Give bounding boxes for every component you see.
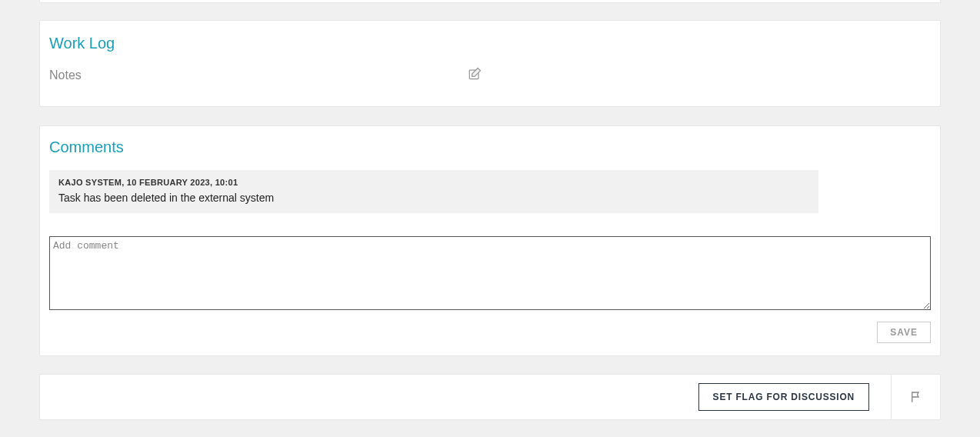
comment-item: KAJO SYSTEM, 10 FEBRUARY 2023, 10:01 Tas… — [49, 170, 818, 213]
edit-icon[interactable] — [467, 66, 482, 85]
action-bar-main: SET FLAG FOR DISCUSSION — [40, 375, 891, 419]
comment-text: Task has been deleted in the external sy… — [58, 192, 809, 204]
worklog-title: Work Log — [49, 35, 931, 52]
prev-card-bottom — [39, 0, 941, 3]
flag-icon — [909, 390, 923, 404]
flag-icon-button[interactable] — [891, 375, 940, 419]
action-bar: SET FLAG FOR DISCUSSION — [39, 374, 941, 420]
comment-meta: KAJO SYSTEM, 10 FEBRUARY 2023, 10:01 — [58, 178, 809, 187]
notes-row: Notes — [49, 66, 931, 85]
comments-card: Comments KAJO SYSTEM, 10 FEBRUARY 2023, … — [39, 125, 941, 356]
worklog-card: Work Log Notes — [39, 20, 941, 107]
save-row: SAVE — [49, 322, 931, 343]
set-flag-button[interactable]: SET FLAG FOR DISCUSSION — [698, 383, 869, 411]
add-comment-input[interactable] — [49, 236, 931, 310]
notes-label: Notes — [49, 68, 82, 82]
comments-title: Comments — [49, 138, 931, 156]
save-button[interactable]: SAVE — [877, 322, 931, 343]
